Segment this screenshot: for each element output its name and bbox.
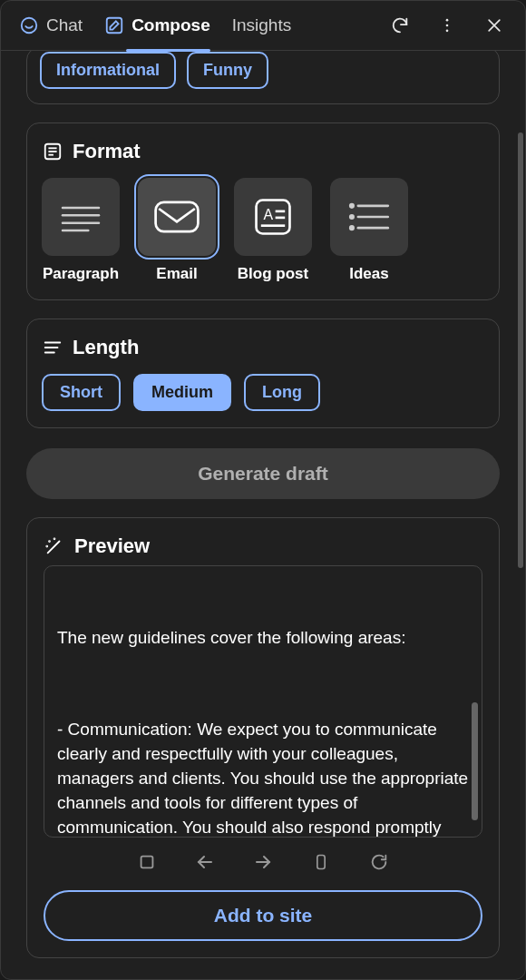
preview-title: Preview [74,534,150,558]
preview-text-box[interactable]: The new guidelines cover the following a… [44,565,482,838]
svg-point-4 [446,30,449,33]
panel-scrollbar[interactable] [518,132,523,568]
preview-controls [44,850,482,874]
tone-section: Informational Funny [26,51,500,104]
next-button[interactable] [251,850,275,874]
more-options-button[interactable] [434,13,460,38]
svg-rect-13 [156,202,199,231]
format-icon [42,141,63,162]
svg-point-23 [350,226,353,229]
prev-button[interactable] [193,850,217,874]
svg-point-0 [22,18,37,34]
svg-point-21 [350,215,353,218]
svg-text:A: A [263,207,273,222]
preview-text-intro: The new guidelines cover the following a… [57,626,469,651]
regenerate-button[interactable] [367,850,391,874]
preview-text-body: - Communication: We expect you to commun… [57,718,469,838]
svg-point-29 [54,538,55,539]
svg-point-2 [446,19,449,22]
length-medium[interactable]: Medium [133,374,231,411]
format-section: Format Paragraph Email A [26,122,500,300]
generate-draft-button[interactable]: Generate draft [26,448,500,499]
svg-point-28 [49,541,50,542]
preview-section: Preview The new guidelines cover the fol… [26,517,500,958]
svg-rect-32 [317,856,325,869]
svg-point-30 [46,546,47,547]
stop-button[interactable] [135,850,159,874]
copy-button[interactable] [309,850,333,874]
tab-insights[interactable]: Insights [232,12,291,39]
tab-compose-label: Compose [132,15,210,35]
tone-funny[interactable]: Funny [187,52,268,89]
tab-chat[interactable]: Chat [19,12,83,39]
svg-rect-1 [107,18,122,34]
format-paragraph[interactable] [42,178,120,256]
format-email-label: Email [156,265,197,283]
format-blog-label: Blog post [238,265,308,283]
format-paragraph-label: Paragraph [43,265,119,283]
chat-icon [19,15,39,35]
magic-wand-icon [44,535,65,557]
tab-bar: Chat Compose Insights [1,1,525,51]
length-long[interactable]: Long [244,374,320,411]
svg-point-19 [350,204,353,207]
tab-compose[interactable]: Compose [104,12,210,39]
svg-point-3 [446,24,449,27]
refresh-button[interactable] [387,13,413,38]
length-short[interactable]: Short [42,374,121,411]
preview-scrollbar[interactable] [472,702,478,820]
tab-chat-label: Chat [46,15,83,35]
format-ideas-label: Ideas [349,265,388,283]
tone-informational[interactable]: Informational [40,52,176,89]
close-button[interactable] [482,13,507,38]
svg-rect-31 [141,857,153,868]
length-icon [42,337,63,358]
format-email[interactable] [138,178,216,256]
add-to-site-button[interactable]: Add to site [44,890,482,941]
format-blog[interactable]: A [234,178,312,256]
tab-insights-label: Insights [232,15,291,35]
length-title: Length [73,336,139,359]
format-ideas[interactable] [330,178,408,256]
compose-icon [104,15,124,35]
format-title: Format [73,140,141,163]
length-section: Length Short Medium Long [26,318,500,428]
